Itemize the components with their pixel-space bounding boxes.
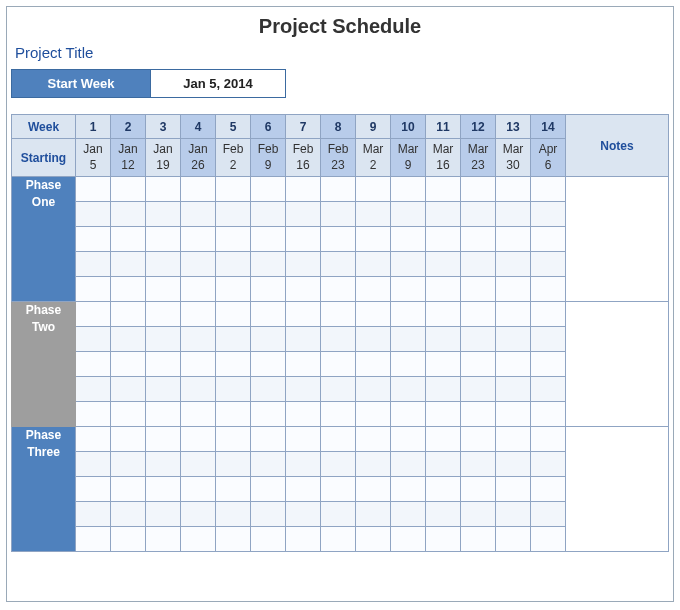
schedule-cell[interactable] xyxy=(286,452,321,477)
schedule-cell[interactable] xyxy=(76,477,111,502)
schedule-cell[interactable] xyxy=(181,302,216,327)
schedule-cell[interactable] xyxy=(111,202,146,227)
schedule-cell[interactable] xyxy=(286,402,321,427)
schedule-cell[interactable] xyxy=(321,527,356,552)
schedule-cell[interactable] xyxy=(111,352,146,377)
schedule-cell[interactable] xyxy=(496,177,531,202)
schedule-cell[interactable] xyxy=(146,452,181,477)
schedule-cell[interactable] xyxy=(426,227,461,252)
schedule-cell[interactable] xyxy=(76,352,111,377)
schedule-cell[interactable] xyxy=(181,427,216,452)
schedule-cell[interactable] xyxy=(111,402,146,427)
schedule-cell[interactable] xyxy=(111,327,146,352)
schedule-cell[interactable] xyxy=(76,402,111,427)
schedule-cell[interactable] xyxy=(531,427,566,452)
schedule-cell[interactable] xyxy=(356,527,391,552)
notes-cell[interactable] xyxy=(566,427,669,552)
schedule-cell[interactable] xyxy=(111,477,146,502)
schedule-cell[interactable] xyxy=(391,302,426,327)
schedule-cell[interactable] xyxy=(391,177,426,202)
schedule-cell[interactable] xyxy=(251,177,286,202)
schedule-cell[interactable] xyxy=(251,502,286,527)
schedule-cell[interactable] xyxy=(216,502,251,527)
schedule-cell[interactable] xyxy=(321,327,356,352)
schedule-cell[interactable] xyxy=(356,477,391,502)
schedule-cell[interactable] xyxy=(461,477,496,502)
schedule-cell[interactable] xyxy=(286,227,321,252)
schedule-cell[interactable] xyxy=(531,352,566,377)
schedule-cell[interactable] xyxy=(286,352,321,377)
notes-cell[interactable] xyxy=(566,302,669,427)
schedule-cell[interactable] xyxy=(321,427,356,452)
schedule-cell[interactable] xyxy=(391,202,426,227)
schedule-cell[interactable] xyxy=(181,277,216,302)
schedule-cell[interactable] xyxy=(286,527,321,552)
schedule-cell[interactable] xyxy=(391,377,426,402)
schedule-cell[interactable] xyxy=(251,377,286,402)
schedule-cell[interactable] xyxy=(251,252,286,277)
schedule-cell[interactable] xyxy=(356,427,391,452)
schedule-cell[interactable] xyxy=(531,527,566,552)
schedule-cell[interactable] xyxy=(251,352,286,377)
schedule-cell[interactable] xyxy=(321,227,356,252)
schedule-cell[interactable] xyxy=(426,327,461,352)
schedule-cell[interactable] xyxy=(76,452,111,477)
schedule-cell[interactable] xyxy=(356,502,391,527)
schedule-cell[interactable] xyxy=(496,402,531,427)
schedule-cell[interactable] xyxy=(146,352,181,377)
schedule-cell[interactable] xyxy=(391,402,426,427)
schedule-cell[interactable] xyxy=(426,452,461,477)
schedule-cell[interactable] xyxy=(426,277,461,302)
schedule-cell[interactable] xyxy=(496,227,531,252)
schedule-cell[interactable] xyxy=(181,377,216,402)
schedule-cell[interactable] xyxy=(321,202,356,227)
schedule-cell[interactable] xyxy=(111,302,146,327)
schedule-cell[interactable] xyxy=(146,402,181,427)
schedule-cell[interactable] xyxy=(321,477,356,502)
schedule-cell[interactable] xyxy=(251,277,286,302)
schedule-cell[interactable] xyxy=(496,352,531,377)
schedule-cell[interactable] xyxy=(356,252,391,277)
schedule-cell[interactable] xyxy=(321,377,356,402)
schedule-cell[interactable] xyxy=(216,302,251,327)
schedule-cell[interactable] xyxy=(391,227,426,252)
schedule-cell[interactable] xyxy=(356,177,391,202)
schedule-cell[interactable] xyxy=(426,477,461,502)
schedule-cell[interactable] xyxy=(216,227,251,252)
schedule-cell[interactable] xyxy=(531,502,566,527)
schedule-cell[interactable] xyxy=(391,527,426,552)
schedule-cell[interactable] xyxy=(321,452,356,477)
schedule-cell[interactable] xyxy=(496,452,531,477)
schedule-cell[interactable] xyxy=(76,377,111,402)
schedule-cell[interactable] xyxy=(496,477,531,502)
schedule-cell[interactable] xyxy=(76,527,111,552)
schedule-cell[interactable] xyxy=(111,527,146,552)
schedule-cell[interactable] xyxy=(111,227,146,252)
schedule-cell[interactable] xyxy=(111,177,146,202)
schedule-cell[interactable] xyxy=(111,502,146,527)
schedule-cell[interactable] xyxy=(461,452,496,477)
schedule-cell[interactable] xyxy=(461,327,496,352)
schedule-cell[interactable] xyxy=(76,427,111,452)
schedule-cell[interactable] xyxy=(356,327,391,352)
schedule-cell[interactable] xyxy=(391,252,426,277)
schedule-cell[interactable] xyxy=(216,402,251,427)
schedule-cell[interactable] xyxy=(321,277,356,302)
schedule-cell[interactable] xyxy=(426,527,461,552)
schedule-cell[interactable] xyxy=(181,327,216,352)
schedule-cell[interactable] xyxy=(76,327,111,352)
schedule-cell[interactable] xyxy=(356,227,391,252)
schedule-cell[interactable] xyxy=(146,502,181,527)
schedule-cell[interactable] xyxy=(251,302,286,327)
schedule-cell[interactable] xyxy=(461,352,496,377)
schedule-cell[interactable] xyxy=(531,402,566,427)
schedule-cell[interactable] xyxy=(321,402,356,427)
schedule-cell[interactable] xyxy=(216,327,251,352)
schedule-cell[interactable] xyxy=(531,277,566,302)
schedule-cell[interactable] xyxy=(426,177,461,202)
schedule-cell[interactable] xyxy=(426,352,461,377)
schedule-cell[interactable] xyxy=(286,327,321,352)
schedule-cell[interactable] xyxy=(76,277,111,302)
schedule-cell[interactable] xyxy=(531,177,566,202)
schedule-cell[interactable] xyxy=(181,452,216,477)
